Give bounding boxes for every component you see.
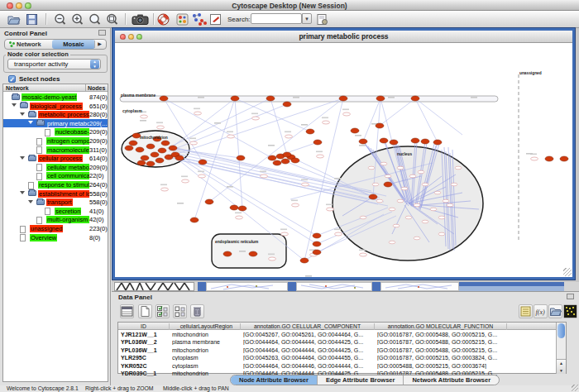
network-node[interactable] bbox=[359, 139, 367, 144]
table-row[interactable]: YLR295Ccytoplasm[GO:0045263, GO:0044464,… bbox=[118, 354, 566, 361]
snapshot-camera-icon[interactable] bbox=[131, 12, 151, 26]
network-node-small[interactable] bbox=[252, 117, 260, 120]
network-node-small[interactable] bbox=[455, 166, 462, 170]
network-node-small[interactable] bbox=[380, 162, 387, 165]
network-node[interactable] bbox=[161, 141, 170, 146]
network-node[interactable] bbox=[129, 141, 137, 146]
table-row[interactable]: YJR121W__1mitochondrion[GO:0045267, GO:0… bbox=[118, 331, 566, 338]
network-node[interactable] bbox=[376, 123, 384, 128]
search-input[interactable] bbox=[251, 13, 302, 24]
column-header[interactable]: _cellularLayoutRegion bbox=[170, 323, 241, 330]
zoom-out-icon[interactable] bbox=[53, 12, 67, 26]
network-node-small[interactable] bbox=[141, 115, 148, 118]
network-node[interactable] bbox=[205, 199, 213, 204]
network-node-small[interactable] bbox=[360, 253, 367, 256]
tab-overflow-arrow[interactable]: ▶ bbox=[94, 41, 104, 48]
network-node-small[interactable] bbox=[393, 224, 400, 227]
network-node-small[interactable] bbox=[194, 112, 202, 115]
tree-row[interactable]: unassigned223(0) bbox=[3, 224, 108, 233]
tree-row[interactable]: nucleobase-209(0) bbox=[3, 127, 108, 136]
network-view-window[interactable]: primary metabolic process plasma membran… bbox=[112, 28, 575, 280]
network-node-small[interactable] bbox=[161, 188, 169, 191]
tab-network-attribute-browser[interactable]: Network Attribute Browser bbox=[404, 375, 499, 385]
network-node-small[interactable] bbox=[368, 166, 375, 170]
network-node-small[interactable] bbox=[317, 155, 324, 158]
node-color-dropdown[interactable]: transporter activity▲▼ bbox=[7, 59, 101, 69]
network-node[interactable] bbox=[237, 155, 245, 160]
network-node-small[interactable] bbox=[269, 257, 276, 261]
network-canvas[interactable]: plasma membranecytoplasmmitochondrionnuc… bbox=[115, 44, 572, 277]
network-node-small[interactable] bbox=[418, 170, 424, 174]
network-node[interactable] bbox=[300, 258, 309, 263]
network-node[interactable] bbox=[384, 182, 392, 187]
tree-row[interactable]: secretion41(0) bbox=[3, 207, 108, 216]
open-file-icon[interactable] bbox=[7, 12, 21, 26]
network-node-small[interactable] bbox=[397, 166, 404, 170]
network-node[interactable] bbox=[291, 158, 299, 163]
network-node[interactable] bbox=[151, 152, 159, 157]
expander-icon[interactable] bbox=[20, 156, 25, 160]
network-node-small[interactable] bbox=[236, 216, 243, 219]
network-node[interactable] bbox=[249, 251, 257, 256]
network-node[interactable] bbox=[158, 148, 166, 153]
network-node[interactable] bbox=[411, 138, 419, 143]
tree-row[interactable]: cellular process614(0) bbox=[3, 154, 108, 163]
network-node-small[interactable] bbox=[531, 157, 538, 160]
network-node[interactable] bbox=[283, 152, 291, 157]
network-node[interactable] bbox=[313, 233, 321, 238]
network-node-small[interactable] bbox=[323, 121, 330, 124]
formula-icon[interactable]: f(x) bbox=[534, 304, 548, 318]
save-icon[interactable] bbox=[25, 12, 39, 26]
network-node-small[interactable] bbox=[409, 174, 416, 178]
tree-row[interactable]: cell communicat22(0) bbox=[3, 171, 108, 180]
network-node-small[interactable] bbox=[401, 187, 408, 190]
network-node-small[interactable] bbox=[281, 232, 289, 236]
tree-row[interactable]: multi-organism pro42(0) bbox=[3, 215, 108, 224]
layout-morph-icon[interactable] bbox=[191, 12, 208, 26]
network-node[interactable] bbox=[223, 251, 232, 256]
network-node[interactable] bbox=[560, 156, 568, 161]
network-node[interactable] bbox=[545, 156, 553, 161]
network-node[interactable] bbox=[146, 144, 155, 149]
notes-icon[interactable] bbox=[519, 304, 533, 318]
network-node[interactable] bbox=[390, 140, 398, 145]
network-node[interactable] bbox=[160, 96, 168, 101]
network-node-small[interactable] bbox=[343, 112, 351, 116]
column-header[interactable]: annotation.GO MOLECULAR_FUNCTION bbox=[375, 323, 507, 330]
window-resize-grip[interactable] bbox=[563, 268, 572, 276]
network-node[interactable] bbox=[351, 128, 359, 133]
float-panel-icon[interactable] bbox=[567, 294, 574, 299]
network-node[interactable] bbox=[156, 158, 164, 163]
network-node[interactable] bbox=[146, 161, 155, 166]
tab-edge-attribute-browser[interactable]: Edge Attribute Browser bbox=[318, 375, 404, 385]
vizmapper-icon[interactable] bbox=[175, 12, 189, 26]
network-node[interactable] bbox=[421, 139, 429, 144]
tree-row[interactable]: biological_process651(0) bbox=[3, 102, 108, 111]
network-node-small[interactable] bbox=[451, 183, 457, 186]
tree-row[interactable]: macromolecule311(0) bbox=[3, 146, 108, 155]
search-dropdown-arrow[interactable]: ▼ bbox=[302, 13, 312, 24]
expander-icon[interactable] bbox=[20, 112, 25, 116]
network-node[interactable] bbox=[411, 96, 419, 101]
network-node-small[interactable] bbox=[182, 179, 189, 183]
tree-row[interactable]: primary metabo209(... bbox=[3, 119, 108, 128]
minimized-window-preview[interactable] bbox=[114, 282, 194, 291]
window-preview[interactable] bbox=[206, 282, 288, 291]
network-node[interactable] bbox=[273, 160, 281, 165]
delete-attribute-icon[interactable] bbox=[190, 304, 204, 318]
tree-row[interactable]: mosaic-demo-yeast874(0) bbox=[3, 93, 108, 102]
network-node-small[interactable] bbox=[389, 208, 395, 211]
network-node[interactable] bbox=[175, 155, 184, 160]
network-node-small[interactable] bbox=[302, 183, 309, 186]
network-node-small[interactable] bbox=[389, 241, 395, 244]
network-node-small[interactable] bbox=[405, 216, 412, 219]
network-node-small[interactable] bbox=[397, 199, 404, 203]
nucleus-region[interactable] bbox=[333, 146, 483, 261]
network-node[interactable] bbox=[125, 146, 133, 151]
tree-header[interactable]: Network Nodes bbox=[3, 84, 108, 92]
network-node-small[interactable] bbox=[199, 174, 206, 178]
column-header[interactable]: annotation.GO CELLULAR_COMPONENT bbox=[241, 323, 375, 330]
network-node[interactable] bbox=[199, 160, 207, 165]
table-row[interactable]: YPL036W__2plasma membrane[GO:0044464, GO… bbox=[118, 338, 566, 346]
tree-row[interactable]: metabolic process280(0) bbox=[3, 110, 108, 119]
